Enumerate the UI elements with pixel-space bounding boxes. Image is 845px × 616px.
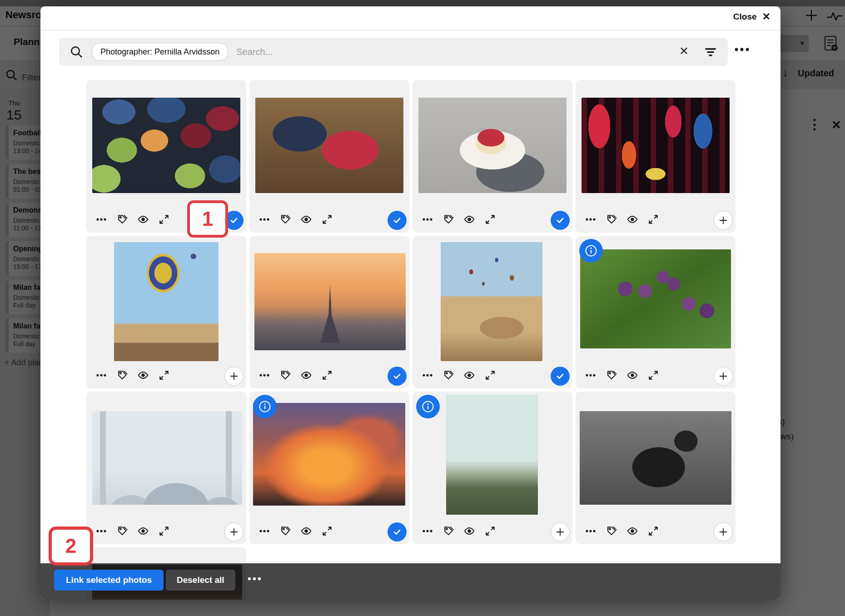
- photo-card: [576, 80, 736, 233]
- expand-icon[interactable]: [158, 214, 170, 225]
- more-options-icon[interactable]: [247, 576, 262, 581]
- photo-thumbnail[interactable]: [92, 411, 242, 505]
- close-button[interactable]: Close ✕: [733, 12, 770, 22]
- search-input[interactable]: [235, 46, 728, 58]
- tag-icon[interactable]: [279, 214, 291, 225]
- annotation-step-2: 2: [49, 527, 93, 566]
- expand-icon[interactable]: [484, 525, 496, 537]
- expand-icon[interactable]: [484, 214, 496, 225]
- add-photo-button[interactable]: [224, 522, 244, 541]
- photo-card: [413, 392, 572, 544]
- selection-footer: Link selected photos Deselect all: [40, 563, 780, 600]
- more-options-icon[interactable]: [422, 525, 433, 537]
- eye-icon[interactable]: [300, 214, 312, 225]
- selected-check-button[interactable]: [388, 211, 407, 230]
- modal-header: Close ✕: [40, 6, 780, 30]
- more-options-icon[interactable]: [258, 214, 270, 225]
- photo-thumbnail[interactable]: [114, 242, 219, 361]
- photo-card: [413, 80, 572, 233]
- photo-thumbnail[interactable]: [92, 98, 240, 193]
- eye-icon[interactable]: [300, 369, 312, 381]
- selected-check-button[interactable]: [551, 367, 570, 386]
- tag-icon[interactable]: [606, 525, 617, 537]
- photo-card: [413, 236, 572, 388]
- expand-icon[interactable]: [321, 369, 333, 381]
- deselect-all-button[interactable]: Deselect all: [166, 570, 235, 591]
- add-photo-button[interactable]: [714, 367, 733, 386]
- more-options-icon[interactable]: [95, 369, 107, 381]
- eye-icon[interactable]: [626, 214, 638, 225]
- annotation-step-1: 1: [187, 200, 228, 238]
- search-filter-chip[interactable]: Photographer: Pernilla Arvidsson: [92, 43, 228, 61]
- tag-icon[interactable]: [116, 369, 128, 381]
- eye-icon[interactable]: [626, 525, 638, 537]
- add-photo-button[interactable]: [714, 522, 733, 541]
- eiffel-tower-silhouette: [320, 285, 340, 343]
- photo-thumbnail[interactable]: [254, 253, 406, 350]
- photo-thumbnail[interactable]: [582, 98, 730, 193]
- more-options-icon[interactable]: [585, 214, 596, 225]
- expand-icon[interactable]: [158, 525, 170, 537]
- eye-icon[interactable]: [300, 525, 312, 537]
- more-options-icon[interactable]: [258, 369, 270, 381]
- eye-icon[interactable]: [137, 525, 149, 537]
- eye-icon[interactable]: [137, 369, 149, 381]
- tag-icon[interactable]: [442, 214, 454, 225]
- more-options-icon[interactable]: [422, 369, 433, 381]
- photo-thumbnail[interactable]: [418, 98, 567, 193]
- filter-icon[interactable]: [704, 48, 717, 57]
- clear-search-icon[interactable]: ✕: [679, 45, 689, 57]
- close-icon: ✕: [762, 12, 770, 22]
- photo-thumbnail[interactable]: [255, 98, 403, 193]
- eye-icon[interactable]: [137, 214, 149, 225]
- tag-icon[interactable]: [606, 369, 617, 381]
- add-photo-button[interactable]: [714, 211, 733, 230]
- photo-card: [86, 392, 246, 544]
- expand-icon[interactable]: [647, 369, 659, 381]
- tag-icon[interactable]: [116, 525, 128, 537]
- more-options-icon[interactable]: [258, 525, 270, 537]
- photo-card: [249, 80, 409, 233]
- tag-icon[interactable]: [442, 525, 454, 537]
- search-icon: [69, 45, 84, 59]
- more-options-icon[interactable]: [585, 525, 596, 537]
- more-options-button[interactable]: [734, 47, 750, 52]
- expand-icon[interactable]: [158, 369, 170, 381]
- expand-icon[interactable]: [484, 369, 496, 381]
- info-icon[interactable]: [579, 239, 603, 263]
- tag-icon[interactable]: [116, 214, 128, 225]
- photo-thumbnail[interactable]: [441, 242, 542, 361]
- tag-icon[interactable]: [442, 369, 454, 381]
- eye-icon[interactable]: [463, 214, 475, 225]
- photo-thumbnail[interactable]: [446, 395, 538, 515]
- more-options-icon[interactable]: [422, 214, 433, 225]
- more-options-icon[interactable]: [95, 214, 107, 225]
- more-options-icon[interactable]: [585, 369, 596, 381]
- add-photo-button[interactable]: [224, 367, 244, 386]
- expand-icon[interactable]: [647, 214, 659, 225]
- selected-check-button[interactable]: [388, 367, 407, 386]
- eye-icon[interactable]: [463, 369, 475, 381]
- more-options-icon[interactable]: [95, 525, 107, 537]
- search-bar: Photographer: Pernilla Arvidsson ✕: [59, 38, 728, 66]
- photo-card: [249, 392, 409, 544]
- photo-thumbnail[interactable]: [580, 249, 731, 348]
- photo-card: [576, 236, 736, 388]
- link-selected-photos-button[interactable]: Link selected photos: [54, 570, 164, 591]
- selected-check-button[interactable]: [551, 211, 570, 230]
- photo-thumbnail[interactable]: [253, 403, 405, 506]
- add-photo-button[interactable]: [551, 522, 570, 541]
- tag-icon[interactable]: [279, 369, 291, 381]
- tag-icon[interactable]: [606, 214, 617, 225]
- expand-icon[interactable]: [321, 214, 333, 225]
- info-icon[interactable]: [416, 395, 440, 418]
- eye-icon[interactable]: [626, 369, 638, 381]
- expand-icon[interactable]: [647, 525, 659, 537]
- info-icon[interactable]: [253, 395, 277, 418]
- photo-picker-modal: Close ✕ Photographer: Pernilla Arvidsson…: [40, 6, 780, 600]
- selected-check-button[interactable]: [388, 522, 407, 541]
- expand-icon[interactable]: [321, 525, 333, 537]
- tag-icon[interactable]: [279, 525, 291, 537]
- eye-icon[interactable]: [463, 525, 475, 537]
- photo-thumbnail[interactable]: [580, 411, 731, 505]
